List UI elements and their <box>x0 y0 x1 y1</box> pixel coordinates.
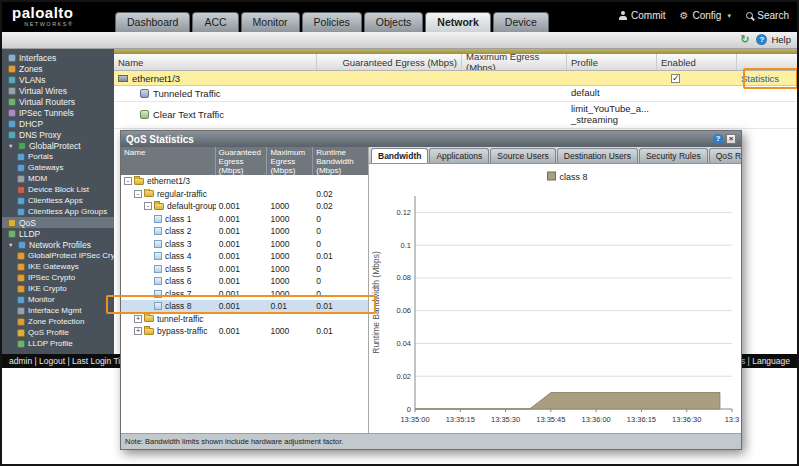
column-header-enabled[interactable]: Enabled <box>657 54 737 70</box>
sidebar-item-zones[interactable]: Zones <box>2 63 114 74</box>
sidebar-item-ike-gateways[interactable]: IKE Gateways <box>2 261 114 272</box>
x-tick-label: 13:36:00 <box>582 415 611 424</box>
tab-security-rules[interactable]: Security Rules <box>639 148 708 163</box>
expand-icon[interactable]: + <box>134 315 142 323</box>
zone-protection-icon <box>17 318 25 326</box>
search-button[interactable]: Search <box>746 10 789 21</box>
tree-row-class-5[interactable]: class 50.00110000 <box>121 263 368 276</box>
tree-row-class-7[interactable]: class 70.00110000 <box>121 288 368 301</box>
refresh-icon[interactable]: ↻ <box>740 34 749 45</box>
tab-bandwidth[interactable]: Bandwidth <box>371 148 428 163</box>
sidebar-item-clientless-app-groups[interactable]: Clientless App Groups <box>2 206 114 217</box>
nav-tab-device[interactable]: Device <box>493 12 549 32</box>
config-menu[interactable]: ⚙ Config ▼ <box>679 10 732 21</box>
virtual-routers-icon <box>8 98 16 106</box>
sidebar-item-portals[interactable]: Portals <box>2 151 114 162</box>
tree-row-class-1[interactable]: class 10.00110000 <box>121 213 368 226</box>
column-header-maximum-egress-mbps[interactable]: Maximum Egress (Mbps) <box>462 54 567 70</box>
tree-row-class-4[interactable]: class 40.00110000.01 <box>121 250 368 263</box>
sidebar-item-ipsec-tunnels[interactable]: IPSec Tunnels <box>2 107 114 118</box>
sidebar-item-vlans[interactable]: VLANs <box>2 74 114 85</box>
tree-column-header-runtime-bandwidth-mbps[interactable]: Runtime Bandwidth (Mbps) <box>313 147 368 175</box>
sidebar-item-lldp-profile[interactable]: LLDP Profile <box>2 338 114 349</box>
nav-tab-policies[interactable]: Policies <box>302 12 362 32</box>
tree-column-header-name[interactable]: Name <box>121 147 216 175</box>
table-row-ethernet1-3[interactable]: ethernet1/3Statistics <box>114 71 799 86</box>
sidebar-item-ike-crypto[interactable]: IKE Crypto <box>2 283 114 294</box>
sidebar-item-interfaces[interactable]: Interfaces <box>2 52 114 63</box>
sidebar-item-label: QoS <box>19 218 36 228</box>
tab-qos-rules[interactable]: QoS Rules <box>709 148 741 163</box>
expand-icon[interactable]: + <box>134 327 142 335</box>
sidebar-item-lldp[interactable]: LLDP <box>2 228 114 239</box>
sidebar-item-globalprotect[interactable]: ▼GlobalProtect <box>2 140 114 151</box>
tree-row-regular-traffic[interactable]: -regular-traffic0.02 <box>121 188 368 201</box>
sidebar-item-globalprotect-ipsec-crypto[interactable]: GlobalProtect IPSec Crypto <box>2 250 114 261</box>
tree-row-bypass-traffic[interactable]: +bypass-traffic0.00110000.01 <box>121 325 368 338</box>
tab-source-users[interactable]: Source Users <box>490 148 556 163</box>
table-row-tunneled-traffic[interactable]: Tunneled Trafficdefault <box>114 86 799 102</box>
y-tick-label: 0.12 <box>396 208 411 217</box>
tree-row-tunnel-traffic[interactable]: +tunnel-traffic <box>121 313 368 326</box>
guaranteed-egress-value: 0.001 <box>216 301 268 311</box>
sidebar-item-network-profiles[interactable]: ▼Network Profiles <box>2 239 114 250</box>
table-row-clear-text-traffic[interactable]: Clear Text Trafficlimit_YouTube_a..._str… <box>114 102 799 129</box>
tab-destination-users[interactable]: Destination Users <box>557 148 638 163</box>
sidebar-item-virtual-routers[interactable]: Virtual Routers <box>2 96 114 107</box>
tree-row-ethernet1-3[interactable]: -ethernet1/3 <box>121 175 368 188</box>
tree-row-label: class 6 <box>165 276 191 286</box>
collapse-icon[interactable]: - <box>134 190 142 198</box>
class-icon <box>154 215 162 223</box>
sidebar-item-virtual-wires[interactable]: Virtual Wires <box>2 85 114 96</box>
sidebar-item-ipsec-crypto[interactable]: IPSec Crypto <box>2 272 114 283</box>
sidebar-item-clientless-apps[interactable]: Clientless Apps <box>2 195 114 206</box>
sidebar-item-dhcp[interactable]: DHCP <box>2 118 114 129</box>
help-label: Help <box>771 34 791 45</box>
column-header-name[interactable]: Name <box>114 54 317 70</box>
nav-tab-dashboard[interactable]: Dashboard <box>115 12 190 32</box>
tree-column-header-maximum-egress-mbps[interactable]: Maximum Egress (Mbps) <box>267 147 313 175</box>
collapse-icon[interactable]: - <box>144 202 152 210</box>
dns-proxy-icon <box>8 131 16 139</box>
main-nav: DashboardACCMonitorPoliciesObjectsNetwor… <box>115 12 551 32</box>
dialog-close-icon[interactable]: × <box>726 134 736 144</box>
dialog-help-icon[interactable]: ? <box>713 134 723 144</box>
expand-caret-icon[interactable]: ▼ <box>8 242 15 248</box>
sidebar-item-label: IPSec Tunnels <box>19 108 74 118</box>
column-header-guaranteed-egress-mbps[interactable]: Guaranteed Egress (Mbps) <box>317 54 462 70</box>
statistics-link[interactable]: Statistics <box>741 73 779 84</box>
sidebar-item-device-block-list[interactable]: Device Block List <box>2 184 114 195</box>
nav-tab-objects[interactable]: Objects <box>364 12 424 32</box>
tree-row-class-2[interactable]: class 20.00110000 <box>121 225 368 238</box>
ike-crypto-icon <box>17 285 25 293</box>
help-button[interactable]: ? Help <box>756 34 791 45</box>
sidebar-item-mdm[interactable]: MDM <box>2 173 114 184</box>
row-name: ethernet1/3 <box>132 73 180 84</box>
sidebar-item-qos[interactable]: QoS <box>2 217 114 228</box>
tree-row-class-8[interactable]: class 80.0010.010.01 <box>121 300 368 313</box>
class-icon <box>154 252 162 260</box>
runtime-bandwidth-value: 0.02 <box>313 201 368 211</box>
enabled-checkbox[interactable] <box>671 74 680 83</box>
nav-tab-network[interactable]: Network <box>425 12 490 32</box>
tree-row-class-6[interactable]: class 60.00110000 <box>121 275 368 288</box>
sidebar-item-monitor[interactable]: Monitor <box>2 294 114 305</box>
collapse-icon[interactable]: - <box>124 177 132 185</box>
sidebar-item-gateways[interactable]: Gateways <box>2 162 114 173</box>
commit-button[interactable]: Commit <box>618 10 665 21</box>
sidebar-item-interface-mgmt[interactable]: Interface Mgmt <box>2 305 114 316</box>
dialog-title-bar[interactable]: QoS Statistics ? × <box>121 131 741 147</box>
expand-caret-icon[interactable]: ▼ <box>8 143 15 149</box>
tab-applications[interactable]: Applications <box>429 148 489 163</box>
tree-row-default-group[interactable]: -default-group0.00110000.02 <box>121 200 368 213</box>
x-tick-label: 13:3 <box>725 415 740 424</box>
sidebar-item-qos-profile[interactable]: QoS Profile <box>2 327 114 338</box>
tree-column-header-guaranteed-egress-mbps[interactable]: Guaranteed Egress (Mbps) <box>216 147 268 175</box>
nav-tab-monitor[interactable]: Monitor <box>241 12 300 32</box>
sidebar-item-zone-protection[interactable]: Zone Protection <box>2 316 114 327</box>
column-header-profile[interactable]: Profile <box>567 54 657 70</box>
nav-tab-acc[interactable]: ACC <box>192 12 238 32</box>
ipsec-tunnels-icon <box>8 109 16 117</box>
sidebar-item-dns-proxy[interactable]: DNS Proxy <box>2 129 114 140</box>
tree-row-class-3[interactable]: class 30.00110000 <box>121 238 368 251</box>
